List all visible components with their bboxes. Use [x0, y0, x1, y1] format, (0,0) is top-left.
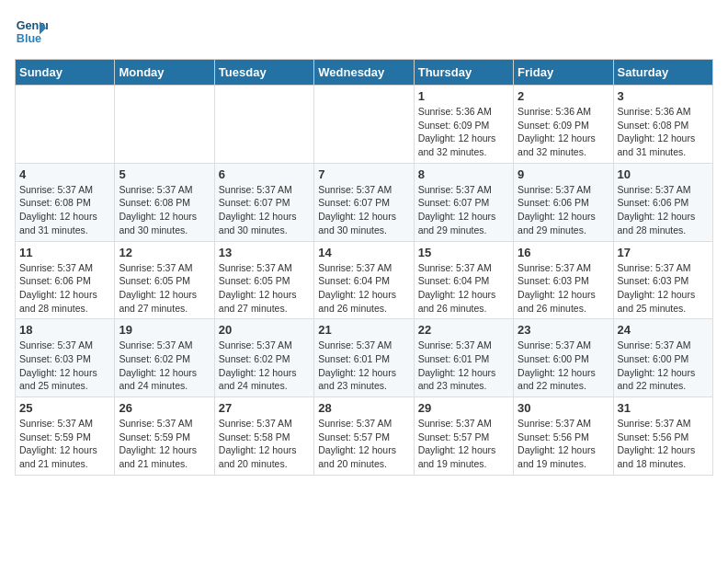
- day-detail: Sunrise: 5:37 AM Sunset: 6:03 PM Dayligh…: [518, 261, 609, 316]
- calendar-day-cell: 8 Sunrise: 5:37 AM Sunset: 6:07 PM Dayli…: [414, 163, 513, 241]
- calendar-day-cell: 22 Sunrise: 5:37 AM Sunset: 6:01 PM Dayl…: [414, 319, 513, 397]
- calendar-day-header: Monday: [115, 60, 214, 86]
- calendar-day-header: Sunday: [16, 60, 115, 86]
- calendar-day-cell: 23 Sunrise: 5:37 AM Sunset: 6:00 PM Dayl…: [514, 319, 613, 397]
- day-number: 14: [318, 246, 409, 259]
- calendar-day-cell: 28 Sunrise: 5:37 AM Sunset: 5:57 PM Dayl…: [314, 397, 414, 476]
- calendar-day-cell: [214, 86, 313, 164]
- calendar-day-cell: 3 Sunrise: 5:36 AM Sunset: 6:08 PM Dayli…: [613, 86, 712, 164]
- day-detail: Sunrise: 5:37 AM Sunset: 5:57 PM Dayligh…: [318, 417, 409, 471]
- logo: General Blue: [15, 15, 48, 48]
- day-number: 11: [19, 246, 110, 259]
- calendar-day-header: Thursday: [414, 60, 513, 86]
- day-number: 20: [219, 323, 310, 337]
- day-detail: Sunrise: 5:37 AM Sunset: 6:01 PM Dayligh…: [318, 339, 409, 393]
- day-number: 10: [618, 167, 709, 181]
- day-number: 16: [518, 246, 609, 259]
- day-number: 8: [418, 167, 509, 181]
- day-detail: Sunrise: 5:37 AM Sunset: 5:59 PM Dayligh…: [19, 417, 110, 471]
- day-number: 24: [618, 323, 709, 337]
- day-number: 2: [518, 89, 609, 103]
- calendar-header-row: SundayMondayTuesdayWednesdayThursdayFrid…: [16, 60, 713, 86]
- calendar-day-cell: 31 Sunrise: 5:37 AM Sunset: 5:56 PM Dayl…: [613, 397, 712, 476]
- day-number: 9: [518, 167, 609, 181]
- logo-icon: General Blue: [15, 15, 48, 48]
- calendar-day-header: Friday: [514, 60, 613, 86]
- calendar-day-cell: [115, 86, 214, 164]
- day-detail: Sunrise: 5:37 AM Sunset: 6:00 PM Dayligh…: [518, 339, 609, 393]
- calendar-day-cell: 26 Sunrise: 5:37 AM Sunset: 5:59 PM Dayl…: [115, 397, 214, 476]
- svg-text:Blue: Blue: [17, 32, 41, 45]
- day-detail: Sunrise: 5:36 AM Sunset: 6:08 PM Dayligh…: [618, 105, 709, 159]
- day-detail: Sunrise: 5:37 AM Sunset: 6:05 PM Dayligh…: [219, 261, 310, 316]
- day-number: 21: [318, 323, 409, 337]
- calendar-week-row: 25 Sunrise: 5:37 AM Sunset: 5:59 PM Dayl…: [16, 397, 713, 476]
- calendar-day-cell: 30 Sunrise: 5:37 AM Sunset: 5:56 PM Dayl…: [514, 397, 613, 476]
- calendar-day-cell: 9 Sunrise: 5:37 AM Sunset: 6:06 PM Dayli…: [514, 163, 613, 241]
- calendar-day-cell: 17 Sunrise: 5:37 AM Sunset: 6:03 PM Dayl…: [613, 241, 712, 319]
- calendar-day-cell: 5 Sunrise: 5:37 AM Sunset: 6:08 PM Dayli…: [115, 163, 214, 241]
- calendar-day-cell: 6 Sunrise: 5:37 AM Sunset: 6:07 PM Dayli…: [214, 163, 313, 241]
- day-detail: Sunrise: 5:36 AM Sunset: 6:09 PM Dayligh…: [418, 105, 509, 159]
- day-number: 19: [119, 323, 210, 337]
- day-number: 3: [618, 89, 709, 103]
- day-detail: Sunrise: 5:37 AM Sunset: 6:06 PM Dayligh…: [19, 261, 110, 316]
- day-detail: Sunrise: 5:37 AM Sunset: 5:56 PM Dayligh…: [618, 417, 709, 471]
- day-detail: Sunrise: 5:37 AM Sunset: 6:00 PM Dayligh…: [618, 339, 709, 393]
- day-detail: Sunrise: 5:37 AM Sunset: 5:58 PM Dayligh…: [219, 417, 310, 471]
- day-detail: Sunrise: 5:37 AM Sunset: 5:56 PM Dayligh…: [518, 417, 609, 471]
- calendar-week-row: 1 Sunrise: 5:36 AM Sunset: 6:09 PM Dayli…: [16, 86, 713, 164]
- day-detail: Sunrise: 5:37 AM Sunset: 6:01 PM Dayligh…: [418, 339, 509, 393]
- day-detail: Sunrise: 5:37 AM Sunset: 6:03 PM Dayligh…: [618, 261, 709, 316]
- day-number: 22: [418, 323, 509, 337]
- day-number: 15: [418, 246, 509, 259]
- calendar-day-cell: 14 Sunrise: 5:37 AM Sunset: 6:04 PM Dayl…: [314, 241, 414, 319]
- day-detail: Sunrise: 5:37 AM Sunset: 6:04 PM Dayligh…: [318, 261, 409, 316]
- day-detail: Sunrise: 5:37 AM Sunset: 6:06 PM Dayligh…: [618, 183, 709, 237]
- day-number: 29: [418, 401, 509, 415]
- day-number: 12: [119, 246, 210, 259]
- day-detail: Sunrise: 5:37 AM Sunset: 6:06 PM Dayligh…: [518, 183, 609, 237]
- day-number: 25: [19, 401, 110, 415]
- day-detail: Sunrise: 5:37 AM Sunset: 6:03 PM Dayligh…: [19, 339, 110, 393]
- page-header: General Blue: [15, 15, 713, 48]
- calendar-day-header: Wednesday: [314, 60, 414, 86]
- calendar-day-cell: 20 Sunrise: 5:37 AM Sunset: 6:02 PM Dayl…: [214, 319, 313, 397]
- calendar-table: SundayMondayTuesdayWednesdayThursdayFrid…: [15, 59, 713, 476]
- calendar-day-cell: 4 Sunrise: 5:37 AM Sunset: 6:08 PM Dayli…: [16, 163, 115, 241]
- day-detail: Sunrise: 5:37 AM Sunset: 5:57 PM Dayligh…: [418, 417, 509, 471]
- day-detail: Sunrise: 5:37 AM Sunset: 6:07 PM Dayligh…: [418, 183, 509, 237]
- day-detail: Sunrise: 5:37 AM Sunset: 6:07 PM Dayligh…: [318, 183, 409, 237]
- calendar-day-header: Saturday: [613, 60, 712, 86]
- day-detail: Sunrise: 5:37 AM Sunset: 6:08 PM Dayligh…: [19, 183, 110, 237]
- day-number: 23: [518, 323, 609, 337]
- day-number: 7: [318, 167, 409, 181]
- day-detail: Sunrise: 5:37 AM Sunset: 6:04 PM Dayligh…: [418, 261, 509, 316]
- day-number: 1: [418, 89, 509, 103]
- calendar-day-cell: 15 Sunrise: 5:37 AM Sunset: 6:04 PM Dayl…: [414, 241, 513, 319]
- day-detail: Sunrise: 5:37 AM Sunset: 6:05 PM Dayligh…: [119, 261, 210, 316]
- calendar-day-cell: 11 Sunrise: 5:37 AM Sunset: 6:06 PM Dayl…: [16, 241, 115, 319]
- calendar-day-cell: 21 Sunrise: 5:37 AM Sunset: 6:01 PM Dayl…: [314, 319, 414, 397]
- day-number: 26: [119, 401, 210, 415]
- calendar-week-row: 11 Sunrise: 5:37 AM Sunset: 6:06 PM Dayl…: [16, 241, 713, 319]
- day-detail: Sunrise: 5:37 AM Sunset: 6:08 PM Dayligh…: [119, 183, 210, 237]
- calendar-day-cell: 7 Sunrise: 5:37 AM Sunset: 6:07 PM Dayli…: [314, 163, 414, 241]
- day-number: 5: [119, 167, 210, 181]
- calendar-day-header: Tuesday: [214, 60, 313, 86]
- calendar-day-cell: [314, 86, 414, 164]
- calendar-day-cell: 29 Sunrise: 5:37 AM Sunset: 5:57 PM Dayl…: [414, 397, 513, 476]
- calendar-day-cell: 27 Sunrise: 5:37 AM Sunset: 5:58 PM Dayl…: [214, 397, 313, 476]
- day-number: 28: [318, 401, 409, 415]
- calendar-day-cell: 10 Sunrise: 5:37 AM Sunset: 6:06 PM Dayl…: [613, 163, 712, 241]
- calendar-day-cell: 25 Sunrise: 5:37 AM Sunset: 5:59 PM Dayl…: [16, 397, 115, 476]
- day-detail: Sunrise: 5:36 AM Sunset: 6:09 PM Dayligh…: [518, 105, 609, 159]
- day-number: 4: [19, 167, 110, 181]
- calendar-day-cell: 1 Sunrise: 5:36 AM Sunset: 6:09 PM Dayli…: [414, 86, 513, 164]
- day-number: 17: [618, 246, 709, 259]
- day-number: 13: [219, 246, 310, 259]
- day-detail: Sunrise: 5:37 AM Sunset: 6:07 PM Dayligh…: [219, 183, 310, 237]
- day-number: 27: [219, 401, 310, 415]
- day-detail: Sunrise: 5:37 AM Sunset: 6:02 PM Dayligh…: [119, 339, 210, 393]
- calendar-day-cell: 2 Sunrise: 5:36 AM Sunset: 6:09 PM Dayli…: [514, 86, 613, 164]
